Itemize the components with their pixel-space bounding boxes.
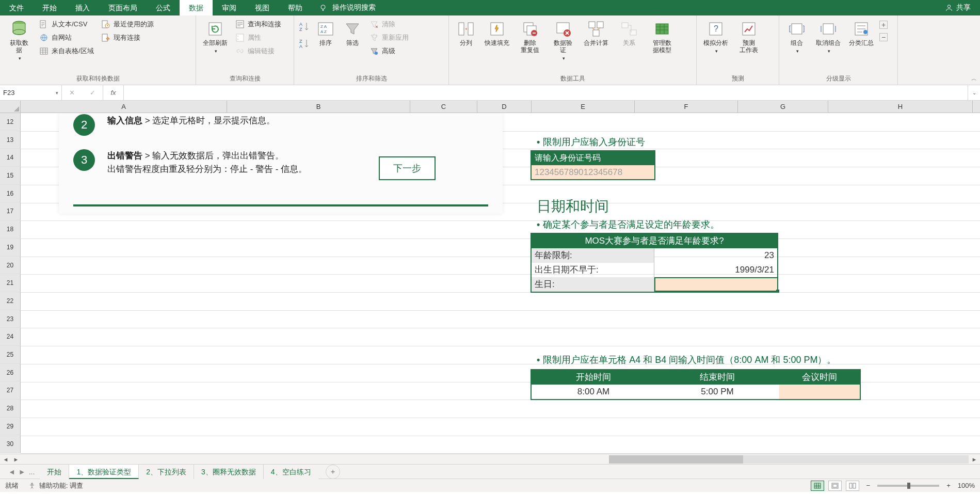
queries-connections-button[interactable]: 查询和连接 — [233, 18, 283, 31]
from-web-button[interactable]: 自网站 — [37, 31, 96, 44]
tab-help[interactable]: 帮助 — [279, 0, 312, 15]
sheet-tabs-ellipsis[interactable]: ... — [29, 468, 35, 476]
sheet-nav-buttons[interactable]: ◄►... — [3, 468, 40, 476]
sort-asc-button[interactable]: AZ — [298, 21, 311, 35]
page-break-view-button[interactable] — [846, 481, 859, 491]
row-header-18[interactable]: 18 — [0, 220, 21, 238]
zoom-slider[interactable] — [877, 485, 939, 487]
sheet-tab-0[interactable]: 开始 — [40, 465, 69, 479]
col-header-F[interactable]: F — [635, 101, 738, 113]
row-header-17[interactable]: 17 — [0, 202, 21, 220]
tab-view[interactable]: 视图 — [246, 0, 279, 15]
scroll-right-arrow[interactable]: ► — [11, 455, 21, 464]
collapse-ribbon-button[interactable]: ︿ — [971, 75, 977, 83]
formula-input[interactable] — [124, 85, 968, 100]
zoom-in-button[interactable]: + — [943, 482, 954, 489]
col-header-D[interactable]: D — [477, 101, 532, 113]
row-header-29[interactable]: 29 — [0, 418, 21, 436]
id-input-value[interactable]: 123456789012345678 — [532, 165, 654, 179]
zoom-slider-thumb[interactable] — [907, 483, 910, 489]
row-header-28[interactable]: 28 — [0, 400, 21, 418]
manage-data-model-button[interactable]: 管理数 据模型 — [647, 18, 677, 54]
dob-value[interactable]: 1999/3/21 — [654, 263, 777, 277]
row-header-27[interactable]: 27 — [0, 381, 21, 400]
select-all-corner[interactable] — [0, 101, 21, 113]
zoom-level[interactable]: 100% — [958, 482, 975, 489]
name-box[interactable]: F23 ▾ — [0, 85, 62, 100]
ungroup-button[interactable]: 取消组合▾ — [813, 18, 843, 55]
row-header-16[interactable]: 16 — [0, 185, 21, 203]
data-validation-button[interactable]: 数据验 证▾ — [548, 18, 578, 62]
what-if-button[interactable]: ? 模拟分析▾ — [701, 18, 731, 55]
row-header-25[interactable]: 25 — [0, 346, 21, 364]
sheet-tab-2[interactable]: 2、下拉列表 — [139, 465, 194, 479]
tab-page-layout[interactable]: 页面布局 — [99, 0, 147, 15]
scroll-right-end-arrow[interactable]: ► — [970, 455, 979, 464]
tab-home[interactable]: 开始 — [33, 0, 66, 15]
col-header-A[interactable]: A — [21, 101, 227, 113]
row-header-21[interactable]: 21 — [0, 274, 21, 292]
fx-icon[interactable]: fx — [103, 85, 124, 100]
show-detail-button[interactable]: + — [879, 21, 888, 29]
text-to-columns-button[interactable]: 分列 — [453, 18, 479, 46]
filter-button[interactable]: 筛选 — [341, 18, 364, 46]
refresh-all-button[interactable]: 全部刷新▾ — [200, 18, 230, 55]
group-button[interactable]: 组合▾ — [783, 18, 810, 55]
row-header-19[interactable]: 19 — [0, 238, 21, 257]
zoom-out-button[interactable]: − — [863, 482, 874, 489]
scroll-left-arrow[interactable]: ◄ — [1, 455, 10, 464]
from-text-csv-button[interactable]: 从文本/CSV — [37, 18, 96, 31]
bday-value[interactable] — [654, 277, 777, 292]
row-header-15[interactable]: 15 — [0, 167, 21, 185]
subtotal-button[interactable]: 分类汇总 — [846, 18, 876, 46]
forecast-sheet-button[interactable]: 预测 工作表 — [734, 18, 764, 54]
row-header-12[interactable]: 12 — [0, 113, 21, 131]
sheet-tab-1[interactable]: 1、数据验证类型 — [69, 465, 139, 479]
tab-review[interactable]: 审阅 — [213, 0, 246, 15]
tab-file[interactable]: 文件 — [0, 0, 33, 15]
col-header-H[interactable]: H — [828, 101, 973, 113]
col-header-G[interactable]: G — [738, 101, 828, 113]
col-header-E[interactable]: E — [532, 101, 635, 113]
row-header-30[interactable]: 30 — [0, 435, 21, 453]
add-sheet-button[interactable]: ＋ — [326, 465, 340, 479]
sort-button[interactable]: Z AA Z 排序 — [314, 18, 338, 46]
accessibility-status[interactable]: 辅助功能: 调查 — [28, 481, 83, 490]
row-header-22[interactable]: 22 — [0, 292, 21, 310]
existing-connections-button[interactable]: 现有连接 — [99, 31, 156, 44]
row-header-24[interactable]: 24 — [0, 328, 21, 346]
age-limit-value[interactable]: 23 — [654, 248, 777, 263]
next-button[interactable]: 下一步 — [379, 156, 436, 180]
row-header-26[interactable]: 26 — [0, 364, 21, 382]
sort-desc-button[interactable]: ZA — [298, 38, 311, 52]
row-header-13[interactable]: 13 — [0, 131, 21, 149]
consolidate-button[interactable]: 合并计算 — [581, 18, 611, 46]
page-layout-view-button[interactable] — [828, 481, 842, 491]
flash-fill-button[interactable]: 快速填充 — [482, 18, 512, 46]
row-header-23[interactable]: 23 — [0, 310, 21, 328]
row-header-14[interactable]: 14 — [0, 149, 21, 167]
get-data-button[interactable]: 获取数 据▾ — [4, 18, 34, 62]
share-button[interactable]: 共享 — [945, 3, 971, 12]
from-table-range-button[interactable]: 来自表格/区域 — [37, 44, 96, 58]
tab-data[interactable]: 数据 — [180, 0, 213, 15]
meeting-time-value[interactable] — [779, 385, 860, 399]
worksheet-grid[interactable]: 12131415161718192021222324252627282930 2… — [0, 113, 980, 454]
start-time-value[interactable]: 8:00 AM — [532, 385, 655, 399]
tab-formulas[interactable]: 公式 — [147, 0, 180, 15]
tell-me[interactable]: 操作说明搜索 — [319, 3, 376, 12]
horiz-scrollbar-track[interactable] — [609, 455, 969, 464]
sheet-tab-4[interactable]: 4、空白练习 — [264, 465, 318, 479]
horiz-scrollbar-thumb[interactable] — [609, 455, 743, 464]
tab-insert[interactable]: 插入 — [66, 0, 99, 15]
col-header-C[interactable]: C — [410, 101, 477, 113]
recent-sources-button[interactable]: 最近使用的源 — [99, 18, 156, 31]
normal-view-button[interactable] — [811, 481, 824, 491]
end-time-value[interactable]: 5:00 PM — [655, 385, 779, 399]
remove-duplicates-button[interactable]: 删除 重复值 — [515, 18, 545, 54]
row-header-20[interactable]: 20 — [0, 257, 21, 275]
col-header-B[interactable]: B — [227, 101, 410, 113]
expand-formula-bar-button[interactable]: ⌄ — [968, 85, 980, 100]
hide-detail-button[interactable]: − — [879, 33, 888, 41]
sheet-tab-3[interactable]: 3、圈释无效数据 — [194, 465, 264, 479]
